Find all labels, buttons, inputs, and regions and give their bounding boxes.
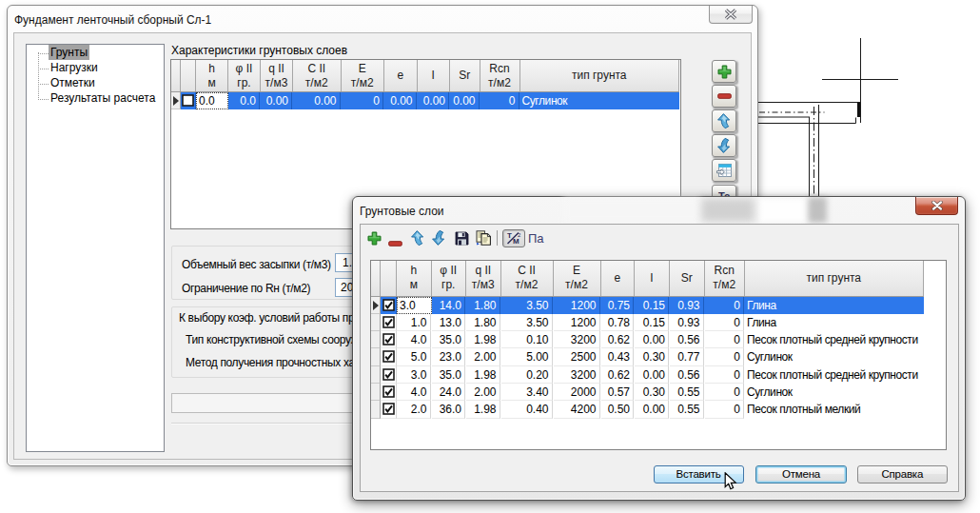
svg-text:M: M: [513, 237, 519, 245]
svg-text:2: 2: [518, 232, 521, 238]
svg-text:T: T: [507, 231, 512, 240]
